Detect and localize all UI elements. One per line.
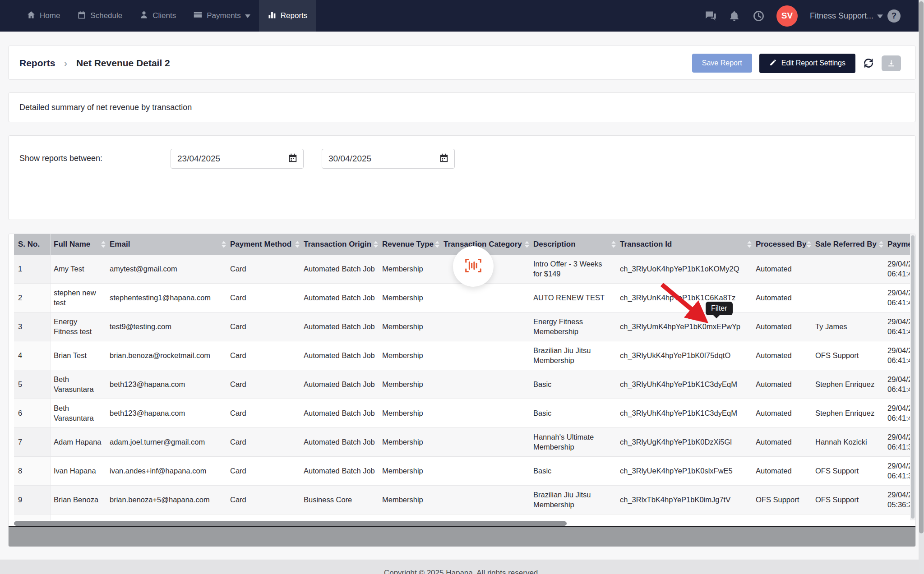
- cell-transaction-origin: Automated Batch Job: [301, 428, 379, 456]
- cell-transaction-id: ch_3RlyUhK4hpYeP1bK1C3dyEqM: [617, 399, 753, 427]
- download-button[interactable]: [882, 55, 901, 71]
- nav-item-clients[interactable]: Clients: [131, 0, 185, 32]
- column-header-description[interactable]: Description: [531, 234, 617, 255]
- cell-transaction-id: ch_3RlyUkK4hpYeP1bK0I75dqtO: [617, 341, 753, 370]
- column-header-sno[interactable]: S. No.: [14, 234, 51, 255]
- table-horizontal-scrollbar-track[interactable]: [9, 527, 916, 547]
- cell-email: test9@testing.com: [107, 312, 227, 341]
- cell-transaction-origin: Automated Batch Job: [301, 370, 379, 399]
- filters-card: Show reports between: 23/04/2025 30/04/2…: [8, 135, 916, 220]
- nav-item-label: Clients: [152, 11, 176, 20]
- table-row: 9Brian Benozabrian.benoza+5@hapana.comCa…: [14, 486, 911, 514]
- table-horizontal-scrollbar-thumb[interactable]: [14, 521, 567, 526]
- column-header-revenue-type[interactable]: Revenue Type: [379, 234, 441, 255]
- table-row: 2stephen new teststephentesting1@hapana.…: [14, 284, 911, 312]
- cell-full-name: Brian Test: [51, 341, 107, 370]
- cell-processed-by: Automated: [753, 341, 813, 370]
- cell-sale-referred-by: OFS Support: [813, 486, 885, 514]
- sort-icon[interactable]: [101, 241, 106, 248]
- column-header-full-name[interactable]: Full Name: [51, 234, 107, 255]
- cell-payment-method: Card: [227, 284, 301, 312]
- date-to-input[interactable]: 30/04/2025: [322, 149, 455, 169]
- calendar-icon[interactable]: [439, 153, 449, 165]
- cell-payment-method: Card: [227, 399, 301, 427]
- cell-sale-referred-by: Ty James: [813, 312, 885, 341]
- cell-email: beth123@hapana.com: [107, 370, 227, 399]
- cell-sno: 7: [14, 428, 51, 456]
- header-actions: Save Report Edit Report Settings: [692, 46, 901, 80]
- chat-icon[interactable]: [705, 10, 716, 22]
- date-from-input[interactable]: 23/04/2025: [171, 149, 304, 169]
- avatar[interactable]: SV: [776, 5, 798, 27]
- cell-sno: 3: [14, 312, 51, 341]
- cell-sno: 5: [14, 370, 51, 399]
- sort-icon[interactable]: [435, 241, 439, 248]
- sort-icon[interactable]: [807, 241, 811, 248]
- column-header-payment-date[interactable]: Payment Date: [885, 234, 911, 255]
- cell-payment-date: 29/04/2025 06:41:38: [885, 428, 911, 456]
- cell-email: beth123@hapana.com: [107, 399, 227, 427]
- cell-description: Basic: [531, 370, 617, 399]
- page-scrollbar-thumb[interactable]: [919, 1, 924, 533]
- account-name: Fitness Support...: [810, 11, 873, 21]
- copyright-text: Copyright © 2025 Hapana. All rights rese…: [0, 569, 924, 574]
- nav-item-label: Home: [40, 11, 60, 20]
- cell-transaction-id: ch_3RlyUoK4hpYeP1bK1oKOMy2Q: [617, 255, 753, 283]
- bell-icon[interactable]: [729, 10, 740, 22]
- table-row: 3Energy Fitness testtest9@testing.comCar…: [14, 312, 911, 341]
- sort-icon[interactable]: [611, 241, 616, 248]
- nav-item-schedule[interactable]: Schedule: [69, 0, 131, 32]
- account-menu[interactable]: Fitness Support...: [810, 11, 875, 21]
- refresh-icon[interactable]: [863, 57, 874, 69]
- cell-revenue-type: Membership: [379, 514, 441, 520]
- table-vertical-scrollbar-thumb[interactable]: [911, 235, 915, 519]
- cell-transaction-category: [441, 457, 531, 485]
- cell-sno: 8: [14, 457, 51, 485]
- sort-icon[interactable]: [879, 241, 883, 248]
- cell-description: AUTO RENEW TEST: [531, 284, 617, 312]
- sort-icon[interactable]: [222, 241, 226, 248]
- breadcrumb-reports-link[interactable]: Reports: [19, 58, 55, 69]
- cell-full-name: Brian Benoza: [51, 486, 107, 514]
- sort-icon[interactable]: [295, 241, 300, 248]
- nav-item-reports[interactable]: Reports: [259, 0, 316, 32]
- cell-description: Brazilian Jiu Jitsu Membership: [531, 514, 617, 520]
- nav-item-home[interactable]: Home: [18, 0, 69, 32]
- cell-processed-by: Automated: [753, 428, 813, 456]
- table-vertical-scrollbar[interactable]: [910, 234, 915, 520]
- reports-icon: [268, 10, 277, 22]
- cell-sno: 9: [14, 486, 51, 514]
- column-header-processed-by[interactable]: Processed By: [753, 234, 813, 255]
- cell-transaction-id: ch_3RlyUeK4hpYeP1bK0slxFwE5: [617, 457, 753, 485]
- table-row: 10Brian Benozabrian.benoza+5@hapana.comC…: [14, 514, 911, 520]
- page-scrollbar[interactable]: [919, 0, 924, 574]
- cell-processed-by: Automated: [753, 255, 813, 283]
- clients-icon: [139, 10, 148, 22]
- app-root: Home Schedule Clients Payments Reports: [0, 0, 924, 574]
- cell-description: Brazilian Jiu Jitsu Membership: [531, 341, 617, 370]
- cell-transaction-id: ch_3RlyUhK4hpYeP1bK1C3dyEqM: [617, 370, 753, 399]
- chevron-down-icon: [245, 11, 250, 20]
- column-header-payment-method[interactable]: Payment Method: [227, 234, 301, 255]
- sort-icon[interactable]: [747, 241, 752, 248]
- cell-transaction-category: [441, 370, 531, 399]
- clock-icon[interactable]: [753, 10, 764, 22]
- cell-payment-method: Card: [227, 370, 301, 399]
- edit-report-settings-button[interactable]: Edit Report Settings: [759, 54, 855, 73]
- column-header-transaction-id[interactable]: Transaction Id: [617, 234, 753, 255]
- cell-transaction-category: [441, 486, 531, 514]
- help-icon[interactable]: ?: [887, 9, 901, 23]
- column-header-email[interactable]: Email: [107, 234, 227, 255]
- nav-item-payments[interactable]: Payments: [185, 0, 259, 32]
- save-report-button[interactable]: Save Report: [692, 54, 752, 73]
- filter-tooltip: Filter: [706, 302, 733, 315]
- cell-payment-date: 29/04/2025 06:41:45: [885, 312, 911, 341]
- table-row: 7Adam Hapanaadam.joel.turner@gmail.comCa…: [14, 428, 911, 457]
- column-header-sale-referred-by[interactable]: Sale Referred By: [813, 234, 885, 255]
- calendar-icon[interactable]: [288, 153, 298, 165]
- cell-transaction-origin: Automated Batch Job: [301, 399, 379, 427]
- sort-icon[interactable]: [525, 241, 529, 248]
- column-header-transaction-origin[interactable]: Transaction Origin: [301, 234, 379, 255]
- sort-icon[interactable]: [374, 241, 378, 248]
- top-navbar: Home Schedule Clients Payments Reports: [0, 0, 924, 32]
